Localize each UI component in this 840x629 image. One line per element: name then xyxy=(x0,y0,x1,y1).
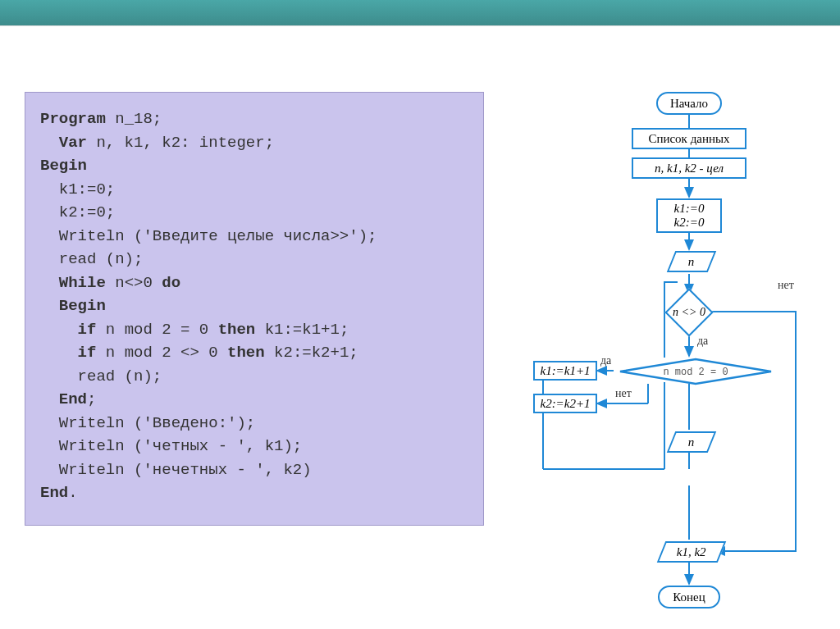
flow-cond-loop: n <> 0 xyxy=(664,288,713,336)
kw-do: do xyxy=(162,274,180,292)
code-block: Program n_18; Var n, k1, k2: integer; Be… xyxy=(25,92,484,526)
lbl-yes1: да xyxy=(697,335,708,348)
kw-end2: End xyxy=(40,484,68,502)
code-text: Program n_18; Var n, k1, k2: integer; Be… xyxy=(40,107,463,505)
flow-datalist: Список данных xyxy=(632,128,746,149)
flow-read-n1: n xyxy=(667,251,717,272)
flow-vars: n, k1, k2 - цел xyxy=(632,157,746,179)
kw-program: Program xyxy=(40,110,106,128)
flow-k1inc: k1:=k1+1 xyxy=(533,361,597,381)
kw-var: Var xyxy=(40,134,87,152)
kw-begin: Begin xyxy=(40,157,87,175)
kw-while: While xyxy=(40,274,106,292)
flowchart: Начало Список данных n, k1, k2 - цел k1:… xyxy=(533,92,820,617)
lbl-no1: нет xyxy=(778,279,794,292)
kw-then1: then xyxy=(218,321,256,339)
kw-then2: then xyxy=(227,344,265,362)
flow-k2inc: k2:=k2+1 xyxy=(533,394,597,413)
flow-init: k1:=0 k2:=0 xyxy=(656,198,722,233)
flow-cond-mod: n mod 2 = 0 xyxy=(614,358,769,382)
kw-if2: if xyxy=(40,344,96,362)
flow-read-n2: n xyxy=(667,431,717,453)
svg-text:n mod 2 = 0: n mod 2 = 0 xyxy=(663,367,728,378)
kw-end1: End xyxy=(40,390,87,408)
lbl-yes2: да xyxy=(600,354,611,367)
flow-output: k1, k2 xyxy=(657,541,727,563)
flow-end: Конец xyxy=(658,586,720,608)
kw-if1: if xyxy=(40,321,96,339)
top-bar xyxy=(0,0,840,26)
lbl-no2: нет xyxy=(615,387,632,400)
slide-content: Program n_18; Var n, k1, k2: integer; Be… xyxy=(0,26,840,617)
flow-start: Начало xyxy=(656,92,722,115)
kw-begin2: Begin xyxy=(40,297,106,315)
